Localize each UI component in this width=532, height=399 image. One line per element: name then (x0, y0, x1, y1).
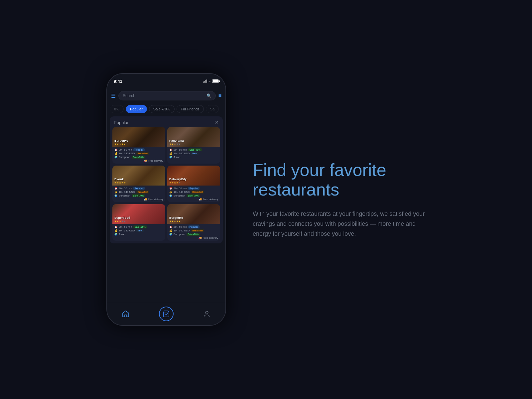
restaurant-info-deliverycity: ⏰ 20 - 50 min Popular 💰 10 - 340 USD Bre… (167, 186, 220, 202)
tab-popular[interactable]: Popular (126, 105, 147, 113)
hero-headline: Find your favorite restaurants (253, 160, 426, 200)
search-icon[interactable]: 🔍 (206, 93, 211, 98)
home-icon (122, 310, 130, 318)
restaurant-image-dvorik: Dvorik ★ ★ ★ ★ ★ (112, 166, 165, 186)
restaurant-card-burgerro1[interactable]: BurgerRo ★ ★ ★ ★ ★ (112, 127, 165, 164)
user-icon (203, 310, 211, 318)
restaurant-image-superfood: SuperFood ★ ★ ★ ★ ★ (112, 204, 165, 224)
filter-icon[interactable]: ≡ (218, 93, 221, 99)
phone-frame: 9:41 ≈ ☰ Search 🔍 (106, 73, 226, 326)
search-bar[interactable]: Search 🔍 (118, 91, 216, 100)
bottom-nav (107, 302, 225, 325)
signal-icon (203, 79, 207, 83)
tab-sale[interactable]: Sale -70% (149, 105, 175, 113)
status-bar: 9:41 ≈ (107, 74, 225, 88)
popular-title: Popular (114, 120, 129, 125)
restaurant-grid: BurgerRo ★ ★ ★ ★ ★ (110, 127, 223, 243)
search-placeholder: Search (123, 93, 204, 98)
app-header: ☰ Search 🔍 ≡ (107, 88, 225, 103)
close-popular-button[interactable]: ✕ (215, 120, 219, 125)
phone-content: ☰ Search 🔍 ≡ 0% Popular Sale -70% For Fr… (107, 88, 225, 302)
restaurant-info-burgerro1: ⏰ 20 - 50 min Popular 💰 10 - 340 USD Bre… (112, 147, 165, 164)
restaurant-info-burgerro2: ⏰ 20 - 50 min Popular 💰 10 - 340 USD Bre… (167, 224, 220, 241)
hero-section: Find your favorite restaurants With your… (253, 160, 426, 239)
popular-header: Popular ✕ (110, 116, 223, 127)
restaurant-card-superfood[interactable]: SuperFood ★ ★ ★ ★ ★ (112, 204, 165, 241)
restaurant-card-panorama[interactable]: Panorama ★ ★ ★ ★ ★ (167, 127, 220, 164)
page-container: 9:41 ≈ ☰ Search 🔍 (0, 0, 532, 399)
nav-cart[interactable] (156, 304, 176, 324)
popular-section: Popular ✕ BurgerRo ★ ★ ★ (110, 116, 223, 243)
hero-description: With your favorite restaurants at your f… (253, 209, 426, 239)
headline-line2: restaurants (253, 180, 339, 199)
svg-point-0 (205, 311, 208, 314)
wifi-icon: ≈ (209, 79, 211, 83)
restaurant-info-dvorik: ⏰ 20 - 50 min Popular 💰 10 - 340 USD Bre… (112, 186, 165, 202)
category-tabs: 0% Popular Sale -70% For Friends Sa (107, 103, 225, 115)
battery-icon (212, 79, 219, 83)
menu-icon[interactable]: ☰ (111, 93, 116, 99)
restaurant-image-burgerro1: BurgerRo ★ ★ ★ ★ ★ (112, 127, 165, 147)
tab-for-friends[interactable]: For Friends (177, 105, 204, 113)
restaurant-card-dvorik[interactable]: Dvorik ★ ★ ★ ★ ★ (112, 166, 165, 202)
nav-home[interactable] (119, 307, 132, 321)
restaurant-image-burgerro2: BurgerRo ★ ★ ★ ★ ★ (167, 204, 220, 224)
phone-time: 9:41 (114, 79, 122, 84)
tab-sa[interactable]: Sa (206, 105, 219, 113)
tab-0-percent[interactable]: 0% (110, 105, 124, 113)
restaurant-image-deliverycity: DeliveryCity ★ ★ ★ ★ ★ (167, 166, 220, 186)
restaurant-info-superfood: ⏰ 20 - 50 min Sale -70% 💰 10 - 340 USD N… (112, 224, 165, 238)
restaurant-image-panorama: Panorama ★ ★ ★ ★ ★ (167, 127, 220, 147)
headline-line1: Find your favorite (253, 160, 386, 180)
nav-profile[interactable] (200, 307, 213, 321)
cart-icon (163, 310, 170, 318)
status-icons: ≈ (203, 79, 219, 83)
restaurant-info-panorama: ⏰ 20 - 50 min Sale -70% 💰 10 - 340 USD N… (167, 147, 220, 161)
restaurant-card-deliverycity[interactable]: DeliveryCity ★ ★ ★ ★ ★ (167, 166, 220, 202)
restaurant-card-burgerro2[interactable]: BurgerRo ★ ★ ★ ★ ★ (167, 204, 220, 241)
